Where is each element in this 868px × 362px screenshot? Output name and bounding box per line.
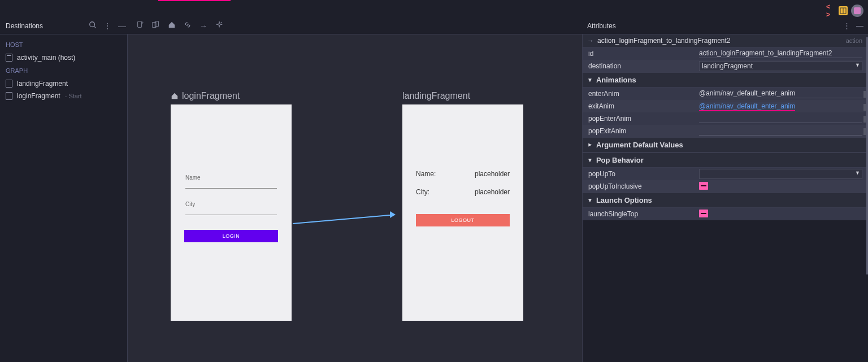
collapse-icon: ▼: [587, 142, 593, 148]
section-argdef[interactable]: ▼ Argument Default Values: [583, 137, 868, 152]
fragment-icon: [6, 80, 12, 88]
attr-popUpToInclusive-label: popUpToInclusive: [588, 182, 699, 190]
graph-item-label: landingFragment: [17, 80, 68, 88]
login-field-name-label: Name: [185, 175, 277, 181]
attr-popEnterAnim-value[interactable]: [699, 114, 862, 123]
new-destination-icon[interactable]: +: [136, 21, 145, 30]
login-button: LOGIN: [184, 230, 278, 242]
attr-destination-label: destination: [588, 62, 699, 70]
action-arrow-head: [390, 211, 396, 218]
section-pop[interactable]: ▼ Pop Behavior: [583, 152, 868, 168]
code-view-icon[interactable]: < >: [826, 6, 835, 15]
start-badge: - Start: [65, 93, 82, 99]
active-tab-indicator: [158, 0, 231, 1]
nav-canvas[interactable]: loginFragment Name City LOGIN landingFra…: [128, 34, 582, 362]
design-view-icon[interactable]: [851, 5, 863, 17]
attr-exitAnim-value[interactable]: @anim/nav_default_enter_anim: [699, 102, 795, 111]
landing-name-label: Name:: [416, 170, 436, 178]
collapse-icon: ▼: [587, 157, 593, 163]
graph-item-label: loginFragment: [17, 92, 60, 100]
svg-line-3: [94, 27, 96, 28]
collapse-icon: ▼: [587, 77, 593, 83]
picker-icon[interactable]: [863, 104, 866, 111]
action-arrow[interactable]: [293, 214, 393, 224]
svg-rect-4: [138, 21, 142, 28]
attr-destination-select[interactable]: landingFragment: [699, 61, 862, 71]
svg-point-8: [221, 22, 222, 23]
host-icon: [6, 54, 12, 62]
home-icon[interactable]: [167, 21, 176, 30]
overflow-icon[interactable]: ⋮: [103, 21, 112, 30]
picker-icon[interactable]: [863, 116, 866, 123]
attr-popEnterAnim-label: popEnterAnim: [588, 115, 699, 123]
minimize-icon[interactable]: —: [118, 21, 127, 30]
login-field-name: [185, 182, 277, 189]
landing-name-value: placeholder: [475, 170, 510, 178]
fragment-landing-title: landingFragment: [402, 91, 470, 101]
svg-text:+: +: [142, 21, 144, 25]
action-name: action_loginFragment_to_landingFragment2: [597, 37, 730, 45]
action-icon: →: [587, 37, 594, 45]
search-icon[interactable]: [88, 21, 97, 30]
picker-icon[interactable]: [863, 91, 866, 98]
fragment-landing[interactable]: landingFragment Name: placeholder City: …: [402, 91, 523, 321]
svg-point-2: [90, 22, 95, 27]
graph-section-label: GRAPH: [0, 64, 127, 77]
login-card: Name City LOGIN: [171, 104, 292, 321]
section-launch[interactable]: ▼ Launch Options: [583, 193, 868, 208]
logout-button: LOGOUT: [416, 214, 510, 226]
host-item-label: activity_main (host): [17, 54, 75, 62]
landing-card: Name: placeholder City: placeholder LOGO…: [402, 104, 523, 321]
fragment-login-title: loginFragment: [182, 91, 240, 101]
section-animations[interactable]: ▼ Animations: [583, 72, 868, 88]
attr-id-value[interactable]: action_loginFragment_to_landingFragment2: [699, 49, 862, 58]
start-home-icon: [171, 92, 179, 100]
attributes-panel: Attributes ⋮ — → action_loginFragment_to…: [582, 34, 868, 362]
host-section-label: HOST: [0, 38, 127, 51]
attr-exitAnim-label: exitAnim: [588, 102, 699, 110]
host-item[interactable]: activity_main (host): [0, 51, 127, 64]
picker-icon[interactable]: [863, 128, 866, 135]
collapse-icon: ▼: [587, 197, 593, 203]
fragment-icon: [6, 92, 12, 100]
attr-launchSingleTop-label: launchSingleTop: [588, 210, 699, 218]
graph-item-login[interactable]: loginFragment - Start: [0, 90, 127, 102]
attr-popExitAnim-value[interactable]: [699, 127, 862, 136]
landing-city-label: City:: [416, 188, 429, 196]
attr-popUpTo-select[interactable]: [699, 169, 862, 179]
graph-item-landing[interactable]: landingFragment: [0, 77, 127, 90]
attr-enterAnim-value[interactable]: @anim/nav_default_enter_anim: [699, 89, 862, 98]
login-field-city: [185, 208, 277, 215]
attr-popExitAnim-label: popExitAnim: [588, 127, 699, 135]
action-arrow-icon[interactable]: →: [199, 21, 208, 30]
landing-city-value: placeholder: [475, 188, 510, 196]
attr-popUpTo-label: popUpTo: [588, 170, 699, 178]
fragment-login[interactable]: loginFragment Name City LOGIN: [171, 91, 292, 321]
attr-launchSingleTop-checkbox[interactable]: [699, 210, 708, 217]
action-header: → action_loginFragment_to_landingFragmen…: [583, 34, 868, 47]
nested-graph-icon[interactable]: [151, 21, 160, 30]
destinations-panel: HOST activity_main (host) GRAPH landingF…: [0, 34, 128, 362]
attributes-title: Attributes: [587, 22, 616, 30]
split-view-icon[interactable]: [839, 6, 848, 15]
attributes-overflow-icon[interactable]: ⋮: [843, 21, 850, 30]
auto-arrange-icon[interactable]: [215, 21, 224, 30]
attributes-minimize-icon[interactable]: —: [856, 21, 863, 30]
attr-id-label: id: [588, 50, 699, 58]
action-type: action: [846, 37, 862, 44]
attr-enterAnim-label: enterAnim: [588, 90, 699, 98]
deeplink-icon[interactable]: [183, 21, 192, 30]
login-field-city-label: City: [185, 201, 277, 207]
attr-popUpToInclusive-checkbox[interactable]: [699, 182, 708, 190]
